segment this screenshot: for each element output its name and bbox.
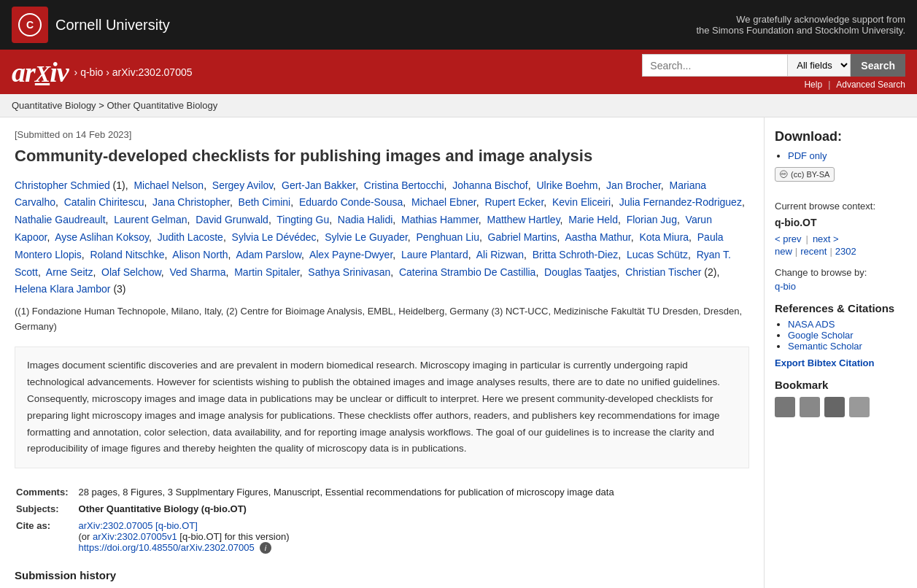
next-link[interactable]: next > [813,233,839,244]
author-gelman[interactable]: Laurent Gelman [114,214,187,225]
submission-date: [Submitted on 14 Feb 2023] [15,129,749,140]
help-link[interactable]: Help [804,80,822,90]
change-browse-link[interactable]: q-bio [775,281,796,292]
pipe-1: | [806,233,808,244]
author-bischof[interactable]: Johanna Bischof [452,179,528,191]
support-text: We gratefully acknowledge support fromth… [696,14,905,36]
author-tischer[interactable]: Christian Tischer [625,266,701,278]
author-taatjes[interactable]: Douglas Taatjes [544,266,616,278]
bookmark-icon-1[interactable] [775,397,795,417]
change-browse-title: Change to browse by: [775,266,907,281]
author-martins[interactable]: Gabriel Martins [488,231,557,243]
browse-context-section: Current browse context: q-bio.OT < prev … [775,199,907,257]
search-area: All fields Title Author Abstract Search … [642,54,905,90]
arxiv-v1-link[interactable]: arXiv:2302.07005v1 [93,531,177,542]
subjects-label: Subjects: [16,501,77,517]
semantic-scholar-link[interactable]: Semantic Scholar [788,341,862,352]
author-halidi[interactable]: Nadia Halidi [338,214,392,225]
year-link[interactable]: 2302 [835,246,856,257]
google-scholar-link[interactable]: Google Scholar [788,330,854,341]
arxiv-logo[interactable]: arXiv [12,56,69,88]
bookmark-icon-3[interactable] [824,397,845,417]
bookmark-icon-2[interactable] [800,397,820,417]
download-title: Download: [775,129,907,144]
author-chiritescu[interactable]: Catalin Chiritescu [64,196,144,208]
metadata-subjects-row: Subjects: Other Quantitative Biology (q-… [16,501,748,517]
author-mathur[interactable]: Aastha Mathur [565,231,630,243]
author-bertocchi[interactable]: Cristina Bertocchi [364,179,444,191]
cornell-shield-icon: C [12,7,48,43]
author-matthew[interactable]: Matthew [487,214,525,225]
author-avilov[interactable]: Sergey Avilov [212,179,274,191]
author-hartley[interactable]: Hartley [528,214,560,225]
author-brocher[interactable]: Jan Brocher [606,179,661,191]
author-gaudreault[interactable]: Nathalie Gaudreault [15,214,106,225]
author-schroth-diez[interactable]: Britta Schroth-Diez [533,249,618,260]
author-srinivasan[interactable]: Sathya Srinivasan [308,266,390,278]
bookmark-icon-4[interactable] [849,397,870,417]
author-christopher[interactable]: Jana Christopher [152,196,230,208]
main-layout: [Submitted on 14 Feb 2023] Community-dev… [0,117,917,588]
new-link[interactable]: new [775,246,792,257]
author-cimini[interactable]: Beth Cimini [239,196,291,208]
comments-label: Comments: [16,484,77,500]
author-sharma[interactable]: Ved Sharma [169,266,225,278]
author-liu[interactable]: Penghuan Liu [417,231,479,243]
author-rizwan[interactable]: Ali Rizwan [476,249,524,260]
license-badge: 🅭 (cc) BY-SA [775,167,835,182]
author-eliceiri[interactable]: Kevin Eliceiri [552,196,611,208]
author-north[interactable]: Alison North [172,249,228,260]
author-plantard[interactable]: Laure Plantard [401,249,468,260]
search-input[interactable] [642,54,788,77]
author-lacoste[interactable]: Judith Lacoste [158,231,223,243]
affiliations: ((1) Fondazione Human Technopole, Milano… [15,304,749,335]
nav-qbio-link[interactable]: q-bio [80,66,103,78]
prev-link[interactable]: < prev [775,233,802,244]
author-grunwald[interactable]: David Grunwald [196,214,268,225]
author-seitz[interactable]: Arne Seitz [46,266,93,278]
author-schmied[interactable]: Christopher Schmied [15,179,110,191]
export-bibtex-link[interactable]: Export Bibtex Citation [775,357,907,368]
author-ebner[interactable]: Michael Ebner [411,196,476,208]
author-strambio[interactable]: Caterina Strambio De Castillia [399,266,536,278]
advanced-search-link[interactable]: Advanced Search [836,80,905,90]
breadcrumb-other-link[interactable]: Other Quantitative Biology [107,100,217,111]
author-gu[interactable]: Tingting Gu [276,214,329,225]
nav-breadcrumb: › q-bio › arXiv:2302.07005 [74,66,193,78]
author-koksoy[interactable]: Ayse Aslihan Koksoy [55,231,149,243]
author-selchow[interactable]: Olaf Selchow [101,266,161,278]
doi-link[interactable]: https://doi.org/10.48550/arXiv.2302.0700… [79,542,255,553]
abstract-box: Images document scientific discoveries a… [15,347,749,469]
search-field-select[interactable]: All fields Title Author Abstract [788,54,851,77]
author-jambor[interactable]: Helena Klara Jambor [15,283,111,295]
author-le-devedec[interactable]: Sylvia Le Dévédec [232,231,317,243]
author-nelson[interactable]: Michael Nelson [134,179,204,191]
author-payne-dwyer[interactable]: Alex Payne-Dwyer [309,249,392,260]
authors: Christopher Schmied (1), Michael Nelson,… [15,177,749,299]
author-nitschke[interactable]: Roland Nitschke [90,249,165,260]
subjects-value: Other Quantitative Biology (q-bio.OT) [79,501,748,517]
search-button[interactable]: Search [851,54,905,77]
arxiv-id-cite-link[interactable]: arXiv:2302.07005 [q-bio.OT] [79,520,198,531]
breadcrumb-qbio-link[interactable]: Quantitative Biology [12,100,96,111]
author-ecker[interactable]: Rupert Ecker [484,196,543,208]
refs-section: References & Citations NASA ADS Google S… [775,302,907,368]
recent-link[interactable]: recent [800,246,827,257]
author-bakker[interactable]: Gert-Jan Bakker [282,179,355,191]
author-conde-sousa[interactable]: Eduardo Conde-Sousa [299,196,403,208]
author-boehm[interactable]: Ulrike Boehm [536,179,597,191]
author-fernandez-rodriguez[interactable]: Julia Fernandez-Rodriguez [619,196,742,208]
svg-text:C: C [26,19,34,31]
author-spitaler[interactable]: Martin Spitaler [234,266,299,278]
pdf-link[interactable]: PDF only [788,150,827,161]
author-le-guyader[interactable]: Sylvie Le Guyader [325,231,408,243]
nav-arxiv-id-link[interactable]: arXiv:2302.07005 [112,66,193,78]
author-held[interactable]: Marie Held [568,214,618,225]
author-miura[interactable]: Kota Miura [639,231,689,243]
author-hammer[interactable]: Mathias Hammer [401,214,479,225]
top-header: C Cornell University We gratefully ackno… [0,0,917,50]
author-jug[interactable]: Florian Jug [627,214,677,225]
author-parslow[interactable]: Adam Parslow [236,249,301,260]
author-schutz[interactable]: Lucas Schütz [627,249,688,260]
nasa-ads-link[interactable]: NASA ADS [788,319,835,330]
